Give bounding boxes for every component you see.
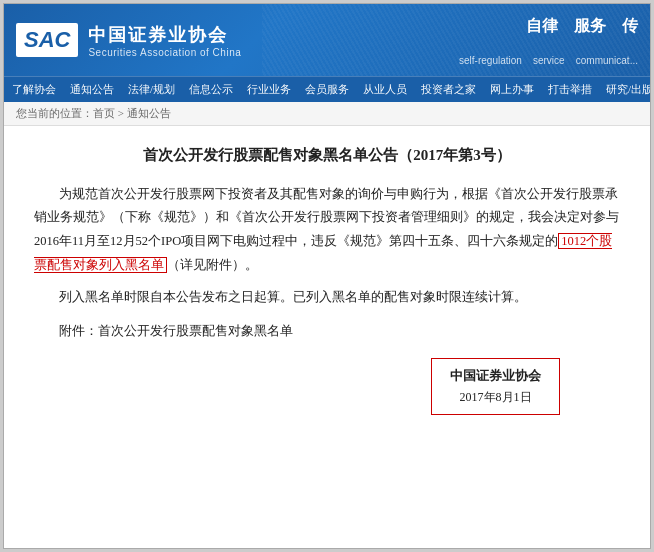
nav-item-fw[interactable]: 服务 (574, 16, 606, 37)
breadcrumb-bar: 您当前的位置：首页 > 通知公告 (4, 102, 650, 126)
main-menu-bar: 了解协会 通知公告 法律/规划 信息公示 行业业务 会员服务 从业人员 投资者之… (4, 76, 650, 102)
article-body: 为规范首次公开发行股票网下投资者及其配售对象的询价与申购行为，根据《首次公开发行… (34, 183, 620, 310)
nav-item-zl[interactable]: 自律 (526, 16, 558, 37)
nav-item-tc[interactable]: 传 (622, 16, 638, 37)
signature-date: 2017年8月1日 (450, 389, 541, 406)
menu-tzgg[interactable]: 通知公告 (70, 82, 114, 97)
org-name-cn: 中国证券业协会 (88, 23, 241, 47)
sac-logo: SAC (16, 23, 78, 57)
menu-flfg[interactable]: 法律/规划 (128, 82, 175, 97)
menu-hyyw[interactable]: 行业业务 (247, 82, 291, 97)
menu-cjry[interactable]: 从业人员 (363, 82, 407, 97)
main-content: 首次公开发行股票配售对象黑名单公告（2017年第3号） 为规范首次公开发行股票网… (4, 126, 650, 429)
appendix-line: 附件：首次公开发行股票配售对象黑名单 (34, 323, 620, 340)
menu-tzzjz[interactable]: 投资者之家 (421, 82, 476, 97)
body-p1-text: 为规范首次公开发行股票网下投资者及其配售对象的询价与申购行为，根据《首次公开发行… (34, 187, 619, 249)
menu-wsbs[interactable]: 网上办事 (490, 82, 534, 97)
org-name-en: Securities Association of China (88, 47, 241, 58)
body-p1-end: （详见附件）。 (167, 258, 258, 272)
menu-yjcb[interactable]: 研究/出版 (606, 82, 651, 97)
signature-block: 中国证券业协会 2017年8月1日 (34, 358, 620, 415)
header-nav: 自律 服务 传 (526, 16, 638, 37)
page-container: SAC 中国证券业协会 Securities Association of Ch… (3, 3, 651, 549)
signature-org: 中国证券业协会 (450, 367, 541, 385)
menu-xxgs[interactable]: 信息公示 (189, 82, 233, 97)
menu-djjc[interactable]: 打击举措 (548, 82, 592, 97)
header-nav-en: self-regulation service communicat... (459, 55, 638, 66)
body-paragraph-1: 为规范首次公开发行股票网下投资者及其配售对象的询价与申购行为，根据《首次公开发行… (34, 183, 620, 278)
logo-area: SAC 中国证券业协会 Securities Association of Ch… (16, 23, 241, 58)
signature-box: 中国证券业协会 2017年8月1日 (431, 358, 560, 415)
menu-ljxh[interactable]: 了解协会 (12, 82, 56, 97)
article-title: 首次公开发行股票配售对象黑名单公告（2017年第3号） (34, 144, 620, 167)
breadcrumb: 您当前的位置：首页 > 通知公告 (16, 106, 171, 121)
body-paragraph-2: 列入黑名单时限自本公告发布之日起算。已列入黑名单的配售对象时限连续计算。 (34, 286, 620, 310)
menu-hyfw[interactable]: 会员服务 (305, 82, 349, 97)
site-header: SAC 中国证券业协会 Securities Association of Ch… (4, 4, 650, 76)
org-name: 中国证券业协会 Securities Association of China (88, 23, 241, 58)
